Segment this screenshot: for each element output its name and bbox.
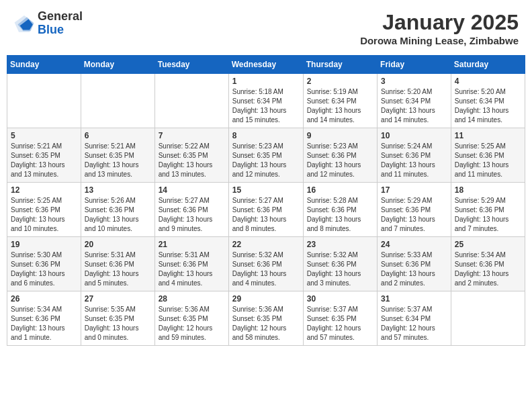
logo-text: General Blue <box>38 10 83 37</box>
calendar-table: SundayMondayTuesdayWednesdayThursdayFrid… <box>7 55 525 346</box>
logo-blue: Blue <box>38 24 83 37</box>
day-info: Sunrise: 5:32 AM Sunset: 6:36 PM Dayligh… <box>232 250 300 288</box>
calendar-cell: 21Sunrise: 5:31 AM Sunset: 6:36 PM Dayli… <box>154 237 228 291</box>
day-number: 28 <box>159 294 225 304</box>
calendar-cell: 8Sunrise: 5:23 AM Sunset: 6:35 PM Daylig… <box>228 128 303 183</box>
calendar-cell: 16Sunrise: 5:28 AM Sunset: 6:36 PM Dayli… <box>303 183 377 237</box>
calendar-cell: 18Sunrise: 5:29 AM Sunset: 6:36 PM Dayli… <box>451 183 525 237</box>
calendar-header-sunday: Sunday <box>7 56 81 74</box>
day-number: 21 <box>159 240 225 249</box>
calendar-cell: 19Sunrise: 5:30 AM Sunset: 6:36 PM Dayli… <box>7 237 81 291</box>
day-number: 3 <box>381 77 447 86</box>
day-number: 18 <box>455 185 521 195</box>
day-number: 19 <box>11 240 77 249</box>
calendar-cell <box>451 291 525 346</box>
day-number: 29 <box>232 294 300 304</box>
day-number: 1 <box>232 77 300 86</box>
day-number: 17 <box>381 185 447 195</box>
day-number: 26 <box>11 294 77 304</box>
month-title: January 2025 <box>360 10 519 35</box>
calendar-cell: 5Sunrise: 5:21 AM Sunset: 6:35 PM Daylig… <box>7 128 81 183</box>
day-number: 9 <box>307 131 373 140</box>
day-number: 7 <box>159 131 225 140</box>
day-info: Sunrise: 5:28 AM Sunset: 6:36 PM Dayligh… <box>307 196 373 234</box>
page-header: General Blue January 2025 Dorowa Mining … <box>7 7 525 50</box>
day-info: Sunrise: 5:29 AM Sunset: 6:36 PM Dayligh… <box>381 196 447 234</box>
calendar-header-row: SundayMondayTuesdayWednesdayThursdayFrid… <box>7 56 525 74</box>
day-info: Sunrise: 5:22 AM Sunset: 6:35 PM Dayligh… <box>159 142 225 179</box>
calendar-week-row: 12Sunrise: 5:25 AM Sunset: 6:36 PM Dayli… <box>7 183 525 237</box>
calendar-cell: 20Sunrise: 5:31 AM Sunset: 6:36 PM Dayli… <box>81 237 154 291</box>
calendar-week-row: 26Sunrise: 5:34 AM Sunset: 6:36 PM Dayli… <box>7 291 525 346</box>
calendar-cell: 24Sunrise: 5:33 AM Sunset: 6:36 PM Dayli… <box>378 237 451 291</box>
day-info: Sunrise: 5:20 AM Sunset: 6:34 PM Dayligh… <box>381 87 447 125</box>
calendar-cell: 30Sunrise: 5:37 AM Sunset: 6:35 PM Dayli… <box>303 291 377 346</box>
day-number: 6 <box>85 131 151 140</box>
day-number: 13 <box>85 185 151 195</box>
calendar-cell: 11Sunrise: 5:25 AM Sunset: 6:36 PM Dayli… <box>451 128 525 183</box>
day-number: 22 <box>232 240 300 249</box>
calendar-cell: 17Sunrise: 5:29 AM Sunset: 6:36 PM Dayli… <box>378 183 451 237</box>
logo: General Blue <box>13 10 83 37</box>
calendar-header-monday: Monday <box>81 56 154 74</box>
day-info: Sunrise: 5:24 AM Sunset: 6:36 PM Dayligh… <box>381 142 447 179</box>
day-info: Sunrise: 5:31 AM Sunset: 6:36 PM Dayligh… <box>159 250 225 288</box>
day-info: Sunrise: 5:37 AM Sunset: 6:34 PM Dayligh… <box>381 305 447 342</box>
calendar-cell: 15Sunrise: 5:27 AM Sunset: 6:36 PM Dayli… <box>228 183 303 237</box>
day-number: 11 <box>455 131 521 140</box>
day-number: 24 <box>381 240 447 249</box>
day-info: Sunrise: 5:23 AM Sunset: 6:36 PM Dayligh… <box>307 142 373 179</box>
day-info: Sunrise: 5:36 AM Sunset: 6:35 PM Dayligh… <box>159 305 225 342</box>
day-number: 4 <box>455 77 521 86</box>
day-number: 20 <box>85 240 151 249</box>
calendar-cell: 22Sunrise: 5:32 AM Sunset: 6:36 PM Dayli… <box>228 237 303 291</box>
calendar-cell: 7Sunrise: 5:22 AM Sunset: 6:35 PM Daylig… <box>154 128 228 183</box>
generalblue-logo-icon <box>13 13 35 34</box>
day-info: Sunrise: 5:23 AM Sunset: 6:35 PM Dayligh… <box>232 142 300 179</box>
day-number: 8 <box>232 131 300 140</box>
calendar-cell: 9Sunrise: 5:23 AM Sunset: 6:36 PM Daylig… <box>303 128 377 183</box>
calendar-cell: 23Sunrise: 5:32 AM Sunset: 6:36 PM Dayli… <box>303 237 377 291</box>
day-number: 15 <box>232 185 300 195</box>
day-number: 23 <box>307 240 373 249</box>
day-info: Sunrise: 5:32 AM Sunset: 6:36 PM Dayligh… <box>307 250 373 288</box>
day-info: Sunrise: 5:34 AM Sunset: 6:36 PM Dayligh… <box>11 305 77 342</box>
calendar-cell: 14Sunrise: 5:27 AM Sunset: 6:36 PM Dayli… <box>154 183 228 237</box>
day-info: Sunrise: 5:21 AM Sunset: 6:35 PM Dayligh… <box>11 142 77 179</box>
calendar-cell: 1Sunrise: 5:18 AM Sunset: 6:34 PM Daylig… <box>228 74 303 128</box>
calendar-cell <box>154 74 228 128</box>
location: Dorowa Mining Lease, Zimbabwe <box>360 35 519 46</box>
day-number: 12 <box>11 185 77 195</box>
calendar-header-friday: Friday <box>378 56 451 74</box>
day-number: 31 <box>381 294 447 304</box>
day-info: Sunrise: 5:27 AM Sunset: 6:36 PM Dayligh… <box>159 196 225 234</box>
day-info: Sunrise: 5:36 AM Sunset: 6:35 PM Dayligh… <box>232 305 300 342</box>
day-info: Sunrise: 5:34 AM Sunset: 6:36 PM Dayligh… <box>455 250 521 288</box>
calendar-cell: 31Sunrise: 5:37 AM Sunset: 6:34 PM Dayli… <box>378 291 451 346</box>
calendar-cell: 10Sunrise: 5:24 AM Sunset: 6:36 PM Dayli… <box>378 128 451 183</box>
calendar-cell <box>7 74 81 128</box>
day-number: 10 <box>381 131 447 140</box>
day-number: 30 <box>307 294 373 304</box>
day-info: Sunrise: 5:25 AM Sunset: 6:36 PM Dayligh… <box>455 142 521 179</box>
day-number: 16 <box>307 185 373 195</box>
day-number: 25 <box>455 240 521 249</box>
calendar-cell: 25Sunrise: 5:34 AM Sunset: 6:36 PM Dayli… <box>451 237 525 291</box>
day-info: Sunrise: 5:30 AM Sunset: 6:36 PM Dayligh… <box>11 250 77 288</box>
day-info: Sunrise: 5:37 AM Sunset: 6:35 PM Dayligh… <box>307 305 373 342</box>
calendar-cell: 29Sunrise: 5:36 AM Sunset: 6:35 PM Dayli… <box>228 291 303 346</box>
calendar-cell: 4Sunrise: 5:20 AM Sunset: 6:34 PM Daylig… <box>451 74 525 128</box>
calendar-week-row: 5Sunrise: 5:21 AM Sunset: 6:35 PM Daylig… <box>7 128 525 183</box>
day-info: Sunrise: 5:35 AM Sunset: 6:35 PM Dayligh… <box>85 305 151 342</box>
calendar-cell: 27Sunrise: 5:35 AM Sunset: 6:35 PM Dayli… <box>81 291 154 346</box>
calendar-week-row: 1Sunrise: 5:18 AM Sunset: 6:34 PM Daylig… <box>7 74 525 128</box>
calendar-cell: 13Sunrise: 5:26 AM Sunset: 6:36 PM Dayli… <box>81 183 154 237</box>
day-number: 14 <box>159 185 225 195</box>
calendar-cell: 3Sunrise: 5:20 AM Sunset: 6:34 PM Daylig… <box>378 74 451 128</box>
day-number: 5 <box>11 131 77 140</box>
day-info: Sunrise: 5:25 AM Sunset: 6:36 PM Dayligh… <box>11 196 77 234</box>
calendar-cell: 6Sunrise: 5:21 AM Sunset: 6:35 PM Daylig… <box>81 128 154 183</box>
title-section: January 2025 Dorowa Mining Lease, Zimbab… <box>360 10 519 46</box>
day-info: Sunrise: 5:33 AM Sunset: 6:36 PM Dayligh… <box>381 250 447 288</box>
day-number: 2 <box>307 77 373 86</box>
